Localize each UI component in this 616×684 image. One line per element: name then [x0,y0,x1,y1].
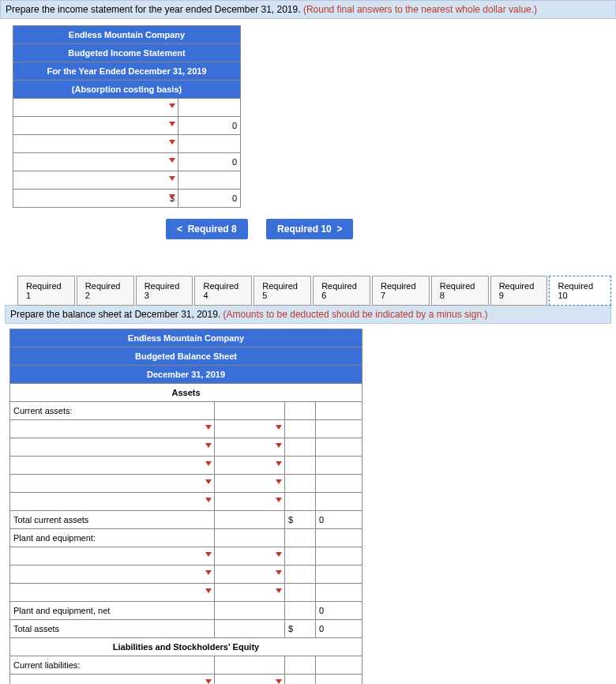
nav-row: < Required 8 Required 10 > [0,219,616,239]
row-label-input[interactable] [10,566,215,584]
tab-required-3[interactable]: Required 3 [136,276,193,306]
next-button[interactable]: Required 10 > [266,219,353,239]
total-assets-value[interactable]: 0 [316,620,362,638]
header-basis: (Absorption costing basis) [13,81,241,99]
instruction-text: Prepare the balance sheet at December 31… [10,309,223,320]
row-label-input[interactable] [13,117,178,135]
prev-button[interactable]: < Required 8 [166,219,248,239]
lbl-plant-equipment-net: Plant and equipment, net [10,602,215,620]
instruction-text: Prepare the income statement for the yea… [6,4,303,15]
row-value-input[interactable] [178,135,241,153]
row-label-input[interactable] [10,457,215,475]
balance-sheet-table: Endless Mountain Company Budgeted Balanc… [9,329,362,684]
tab-required-9[interactable]: Required 9 [490,276,548,306]
currency-symbol: $ [285,620,316,638]
tab-required-2[interactable]: Required 2 [77,276,134,306]
row-value-input[interactable] [215,438,285,457]
row-value-input[interactable] [178,99,241,117]
bs-header-title: Budgeted Balance Sheet [10,348,362,366]
tab-required-10[interactable]: Required 10 [549,276,611,306]
instruction-balance: Prepare the balance sheet at December 31… [5,305,611,324]
row-value-input[interactable] [215,475,285,493]
instruction-income: Prepare the income statement for the yea… [0,0,616,19]
row-label-input[interactable] [10,420,215,438]
plant-equipment-net-value[interactable]: 0 [316,602,362,620]
lbl-current-liabilities: Current liabilities: [10,656,215,675]
row-label-input[interactable] [13,153,178,171]
chevron-left-icon: < [177,224,182,235]
row-value-input[interactable] [215,584,285,602]
row-label-input[interactable] [13,135,178,153]
row-value-input[interactable]: 0 [178,117,241,135]
row-label-input[interactable]: $ [13,190,178,208]
total-current-assets-value[interactable]: 0 [316,511,362,529]
row-value-input[interactable]: 0 [178,190,241,208]
lbl-plant-equipment: Plant and equipment: [10,529,215,547]
row-label-input[interactable] [13,99,178,117]
row-label-input[interactable] [13,171,178,190]
row-value-input[interactable] [215,547,285,566]
lbl-total-current-assets: Total current assets [10,511,215,529]
row-value-input[interactable] [215,420,285,438]
row-value-input[interactable] [178,171,241,190]
tab-required-6[interactable]: Required 6 [313,276,370,306]
instruction-red: (Round final answers to the nearest whol… [303,4,537,15]
tab-required-7[interactable]: Required 7 [372,276,430,306]
tab-required-5[interactable]: Required 5 [254,276,311,306]
row-value-input[interactable] [215,675,285,685]
bs-header-assets: Assets [10,384,362,402]
row-label-input[interactable] [10,493,215,511]
row-value-input[interactable] [215,457,285,475]
bs-header-company: Endless Mountain Company [10,329,362,348]
lbl-total-assets: Total assets [10,620,215,638]
lbl-current-assets: Current assets: [10,402,215,420]
row-value-input[interactable] [215,493,285,511]
row-label-input[interactable] [10,547,215,566]
tab-required-1[interactable]: Required 1 [17,276,75,306]
row-value-input[interactable]: 0 [178,153,241,171]
row-label-input[interactable] [10,675,215,685]
prev-label: Required 8 [188,224,237,235]
bs-header-liab: Liabilities and Stockholders' Equity [10,638,362,656]
tab-required-4[interactable]: Required 4 [194,276,252,306]
tabs-row: Required 1 Required 2 Required 3 Require… [5,276,611,306]
header-period: For the Year Ended December 31, 2019 [13,62,241,81]
header-title: Budgeted Income Statement [13,44,241,62]
bs-header-period: December 31, 2019 [10,366,362,384]
row-label-input[interactable] [10,438,215,457]
currency-symbol: $ [285,511,316,529]
chevron-right-icon: > [336,224,342,235]
tab-required-8[interactable]: Required 8 [431,276,489,306]
header-company: Endless Mountain Company [13,26,241,44]
next-label: Required 10 [277,224,332,235]
instruction-red: (Amounts to be deducted should be indica… [223,309,488,320]
row-label-input[interactable] [10,584,215,602]
row-label-input[interactable] [10,475,215,493]
income-statement-table: Endless Mountain Company Budgeted Income… [13,25,241,208]
row-value-input[interactable] [215,566,285,584]
